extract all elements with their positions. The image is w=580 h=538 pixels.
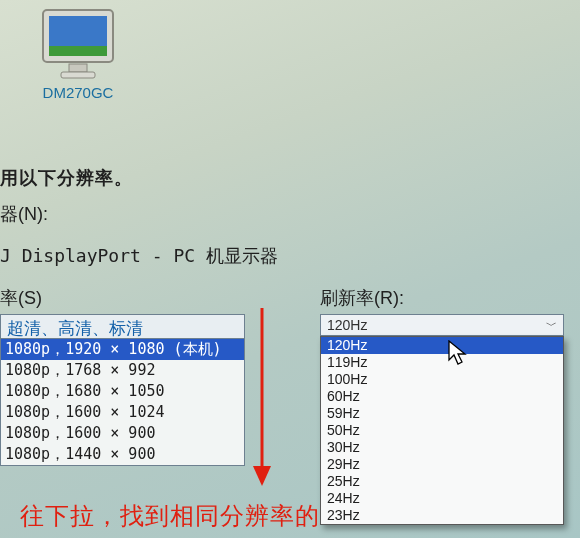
annotation-arrow-down-icon bbox=[250, 308, 274, 491]
resolution-option[interactable]: 1080p，1440 × 900 bbox=[1, 444, 244, 465]
monitor-label: DM270GC bbox=[28, 84, 128, 101]
refresh-rate-label: 刷新率(R): bbox=[320, 286, 404, 310]
device-label: 器(N): bbox=[0, 202, 48, 226]
refresh-rate-option[interactable]: 119Hz bbox=[321, 354, 563, 371]
refresh-rate-selected-value: 120Hz bbox=[327, 317, 367, 333]
resolution-rate-label: 率(S) bbox=[0, 286, 42, 310]
refresh-rate-combobox[interactable]: 120Hz ﹀ bbox=[320, 314, 564, 336]
resolution-group-header[interactable]: 超清、高清、标清 bbox=[0, 314, 245, 338]
resolution-listbox[interactable]: 1080p，1920 × 1080 (本机)1080p，1768 × 99210… bbox=[0, 338, 245, 466]
refresh-rate-option[interactable]: 120Hz bbox=[321, 337, 563, 354]
resolution-option[interactable]: 1080p，1680 × 1050 bbox=[1, 381, 244, 402]
monitor-device-icon-block[interactable]: DM270GC bbox=[28, 8, 128, 101]
refresh-rate-option[interactable]: 29Hz bbox=[321, 456, 563, 473]
resolution-option[interactable]: 1080p，1600 × 1024 bbox=[1, 402, 244, 423]
refresh-rate-option[interactable]: 59Hz bbox=[321, 405, 563, 422]
refresh-rate-option[interactable]: 25Hz bbox=[321, 473, 563, 490]
svg-rect-4 bbox=[61, 72, 95, 78]
chevron-down-icon: ﹀ bbox=[546, 318, 557, 333]
resolution-option[interactable]: 1080p，1920 × 1080 (本机) bbox=[1, 339, 244, 360]
annotation-instruction-text: 往下拉，找到相同分辨率的 bbox=[20, 500, 320, 532]
resolution-option[interactable]: 1080p，1600 × 900 bbox=[1, 423, 244, 444]
refresh-rate-option[interactable]: 100Hz bbox=[321, 371, 563, 388]
section-heading: 用以下分辨率。 bbox=[0, 166, 133, 190]
refresh-rate-option[interactable]: 24Hz bbox=[321, 490, 563, 507]
svg-rect-3 bbox=[69, 64, 87, 72]
refresh-rate-dropdown[interactable]: 120Hz119Hz100Hz60Hz59Hz50Hz30Hz29Hz25Hz2… bbox=[320, 336, 564, 525]
refresh-rate-option[interactable]: 23Hz bbox=[321, 507, 563, 524]
resolution-option[interactable]: 1080p，1768 × 992 bbox=[1, 360, 244, 381]
refresh-rate-option[interactable]: 60Hz bbox=[321, 388, 563, 405]
monitor-icon bbox=[28, 8, 128, 80]
device-value: J DisplayPort - PC 机显示器 bbox=[0, 244, 278, 268]
svg-rect-2 bbox=[49, 46, 107, 56]
refresh-rate-option[interactable]: 50Hz bbox=[321, 422, 563, 439]
refresh-rate-option[interactable]: 30Hz bbox=[321, 439, 563, 456]
svg-marker-6 bbox=[253, 466, 271, 486]
